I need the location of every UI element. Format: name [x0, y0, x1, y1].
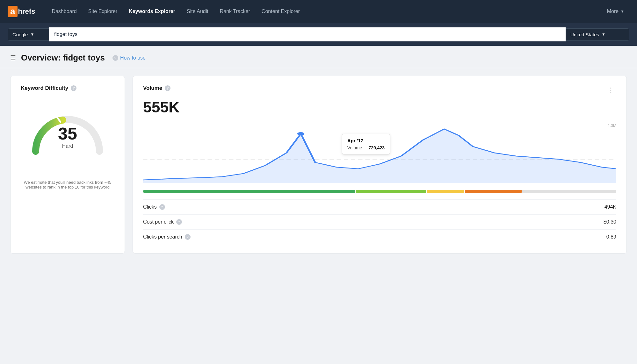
kd-help-icon[interactable]: ?: [71, 85, 76, 91]
page-title: Overview: fidget toys: [21, 53, 105, 63]
color-bar: [143, 190, 616, 193]
kd-label: Hard: [58, 143, 77, 149]
chart-tooltip: Apr '17 Volume 729,423: [342, 134, 390, 154]
cpc-label: Cost per click: [143, 219, 174, 225]
volume-header-row: Volume ? ⋮: [143, 85, 616, 96]
kd-card-header: Keyword Difficulty ?: [21, 85, 114, 91]
tooltip-value: 729,423: [368, 145, 385, 150]
nav-link-keywords-explorer[interactable]: Keywords Explorer: [124, 6, 180, 17]
nav-link-site-audit[interactable]: Site Audit: [182, 6, 214, 17]
search-bar: Google ▼ United States ▼: [0, 23, 637, 46]
cpc-help-icon[interactable]: ?: [176, 219, 182, 225]
bar-segment-orange: [465, 190, 521, 193]
chevron-down-icon: ▼: [620, 9, 624, 14]
kd-score: 35: [58, 125, 77, 142]
volume-card: Volume ? ⋮ 555K 1.3M Apr '17: [133, 76, 627, 253]
country-label: United States: [570, 32, 599, 37]
bar-segment-green-dark: [143, 190, 355, 193]
nav-links: Dashboard Site Explorer Keywords Explore…: [47, 6, 602, 17]
engine-label: Google: [12, 32, 28, 37]
nav-more-label: More: [607, 9, 619, 14]
cps-help-icon[interactable]: ?: [185, 234, 191, 240]
search-input-wrap: [49, 27, 566, 41]
country-select[interactable]: United States ▼: [566, 28, 629, 41]
clicks-value: 494K: [604, 204, 616, 210]
country-chevron-icon: ▼: [602, 32, 605, 37]
volume-value: 555K: [143, 98, 616, 116]
tooltip-label: Volume: [347, 145, 362, 150]
volume-more-options-button[interactable]: ⋮: [606, 85, 616, 96]
bar-segment-gray: [522, 190, 616, 193]
hamburger-icon[interactable]: ☰: [10, 54, 16, 62]
volume-help-icon[interactable]: ?: [165, 85, 170, 91]
main-content: Keyword Difficulty ?: [0, 68, 637, 261]
how-to-use-link[interactable]: ? How to use: [112, 55, 146, 61]
kd-title: Keyword Difficulty: [21, 85, 68, 91]
cps-label: Clicks per search: [143, 234, 182, 240]
question-circle-icon: ?: [112, 55, 118, 61]
clicks-help-icon[interactable]: ?: [159, 204, 165, 210]
tooltip-row: Volume 729,423: [347, 145, 385, 150]
nav-link-dashboard[interactable]: Dashboard: [47, 6, 82, 17]
logo-text: hrefs: [18, 7, 35, 16]
cps-value: 0.89: [606, 234, 616, 240]
navbar: a hrefs Dashboard Site Explorer Keywords…: [0, 0, 637, 23]
overview-header: ☰ Overview: fidget toys ? How to use: [0, 46, 637, 68]
keyword-difficulty-card: Keyword Difficulty ?: [10, 76, 125, 253]
cps-label-wrap: Clicks per search ?: [143, 234, 191, 240]
metric-row-cps: Clicks per search ? 0.89: [143, 229, 616, 244]
metric-row-cpc: Cost per click ? $0.30: [143, 214, 616, 229]
engine-select[interactable]: Google ▼: [8, 28, 49, 41]
gauge-container: 35 Hard: [23, 100, 112, 164]
volume-card-header: Volume ?: [143, 85, 606, 91]
nav-link-rank-tracker[interactable]: Rank Tracker: [215, 6, 255, 17]
how-to-use-label: How to use: [120, 55, 146, 61]
volume-chart-area: 1.3M Apr '17 Volume 729,423: [143, 121, 616, 185]
svg-point-2: [297, 132, 305, 135]
gauge-center: 35 Hard: [58, 125, 77, 149]
cpc-label-wrap: Cost per click ?: [143, 219, 182, 225]
cpc-value: $0.30: [604, 219, 616, 225]
nav-more-button[interactable]: More ▼: [602, 6, 629, 17]
tooltip-date: Apr '17: [347, 138, 385, 143]
chart-y-label: 1.3M: [608, 124, 616, 128]
kd-description: We estimate that you'll need backlinks f…: [21, 180, 114, 189]
clicks-label-wrap: Clicks ?: [143, 204, 165, 210]
metric-row-clicks: Clicks ? 494K: [143, 199, 616, 214]
bar-segment-green-light: [356, 190, 426, 193]
nav-link-site-explorer[interactable]: Site Explorer: [83, 6, 123, 17]
engine-chevron-icon: ▼: [30, 32, 34, 37]
nav-link-content-explorer[interactable]: Content Explorer: [257, 6, 305, 17]
volume-title: Volume: [143, 85, 162, 91]
clicks-label: Clicks: [143, 204, 157, 210]
logo[interactable]: a hrefs: [8, 6, 35, 17]
logo-letter: a: [8, 6, 18, 17]
bar-segment-yellow: [427, 190, 464, 193]
search-input[interactable]: [54, 32, 561, 37]
